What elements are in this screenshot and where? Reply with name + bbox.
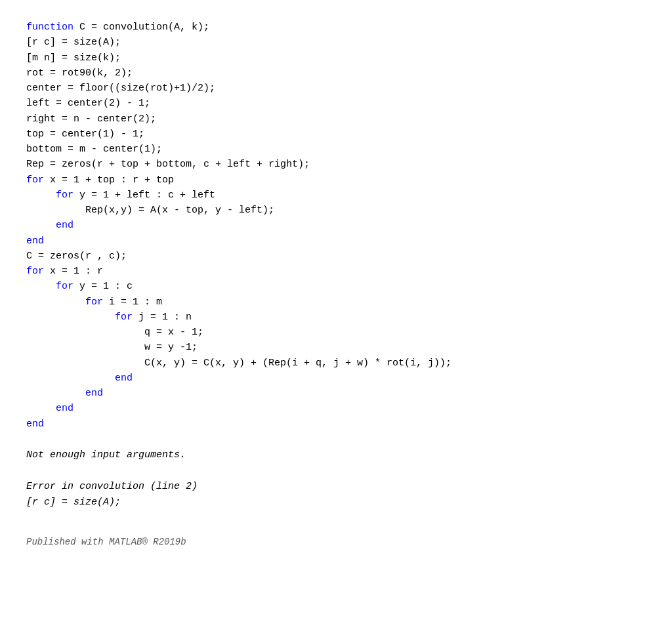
code-line: end — [26, 371, 646, 386]
code-line: right = n - center(2); — [26, 112, 646, 127]
code-line: end — [26, 386, 646, 401]
code-line: for x = 1 : r — [26, 264, 646, 279]
code-line: for i = 1 : m — [26, 295, 646, 310]
error-line: [r c] = size(A); — [26, 495, 646, 510]
error-line: Not enough input arguments. — [26, 447, 646, 463]
code-line: [r c] = size(A); — [26, 35, 646, 50]
code-line: center = floor((size(rot)+1)/2); — [26, 81, 646, 96]
code-line: for y = 1 : c — [26, 279, 646, 294]
error-line — [26, 463, 646, 479]
footer: Published with MATLAB® R2019b — [26, 537, 646, 547]
code-line: rot = rot90(k, 2); — [26, 66, 646, 81]
code-line: top = center(1) - 1; — [26, 127, 646, 142]
code-line: for x = 1 + top : r + top — [26, 173, 646, 188]
code-line: Rep(x,y) = A(x - top, y - left); — [26, 203, 646, 218]
code-line: end — [26, 401, 646, 416]
code-line: left = center(2) - 1; — [26, 96, 646, 111]
code-line: end — [26, 218, 646, 233]
error-block: Not enough input arguments.Error in conv… — [26, 447, 646, 510]
code-line: C(x, y) = C(x, y) + (Rep(i + q, j + w) *… — [26, 356, 646, 371]
code-line: q = x - 1; — [26, 325, 646, 340]
code-line: end — [26, 234, 646, 249]
code-container: function C = convolution(A, k);[r c] = s… — [26, 20, 646, 432]
error-line: Error in convolution (line 2) — [26, 479, 646, 495]
code-line: bottom = m - center(1); — [26, 142, 646, 157]
code-line: [m n] = size(k); — [26, 51, 646, 66]
code-line: Rep = zeros(r + top + bottom, c + left +… — [26, 157, 646, 172]
code-line: C = zeros(r , c); — [26, 249, 646, 264]
code-line: for j = 1 : n — [26, 310, 646, 325]
code-line: end — [26, 417, 646, 432]
code-line: function C = convolution(A, k); — [26, 20, 646, 35]
code-line: for y = 1 + left : c + left — [26, 188, 646, 203]
code-line: w = y -1; — [26, 340, 646, 355]
